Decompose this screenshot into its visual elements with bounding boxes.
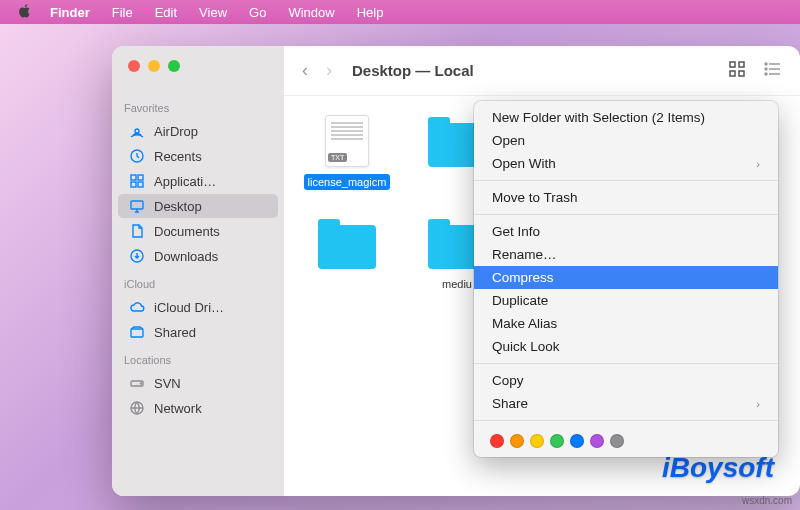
file-label: license_magicm	[304, 174, 391, 190]
sidebar-item-documents[interactable]: Documents	[118, 219, 278, 243]
svg-point-19	[765, 63, 767, 65]
svg-rect-12	[730, 62, 735, 67]
apple-logo-icon[interactable]	[18, 4, 32, 21]
context-menu-label: Get Info	[492, 224, 540, 239]
menubar-window[interactable]: Window	[288, 5, 334, 20]
sidebar-item-label: Documents	[154, 224, 220, 239]
tag-color[interactable]	[570, 434, 584, 448]
minimize-button[interactable]	[148, 60, 160, 72]
sidebar-item-applicati[interactable]: Applicati…	[118, 169, 278, 193]
location-title: Desktop — Local	[352, 62, 716, 79]
sidebar-item-label: Applicati…	[154, 174, 216, 189]
tag-color[interactable]	[550, 434, 564, 448]
tag-color[interactable]	[610, 434, 624, 448]
tag-color[interactable]	[590, 434, 604, 448]
globe-icon	[128, 400, 146, 416]
context-menu-label: Share	[492, 396, 528, 411]
context-menu-label: Rename…	[492, 247, 557, 262]
context-menu-item-open[interactable]: Open	[474, 129, 778, 152]
menubar-go[interactable]: Go	[249, 5, 266, 20]
sidebar: FavoritesAirDropRecentsApplicati…Desktop…	[112, 46, 284, 496]
file-label	[343, 276, 351, 278]
apps-icon	[128, 173, 146, 189]
sidebar-item-label: Desktop	[154, 199, 202, 214]
cloud-icon	[128, 299, 146, 315]
forward-button[interactable]: ›	[326, 60, 332, 81]
folder-icon	[318, 225, 376, 269]
window-controls	[112, 60, 284, 72]
zoom-button[interactable]	[168, 60, 180, 72]
file-label	[453, 174, 461, 176]
context-menu-item-duplicate[interactable]: Duplicate	[474, 289, 778, 312]
menubar-app[interactable]: Finder	[50, 5, 90, 20]
context-menu-item-share[interactable]: Share›	[474, 392, 778, 415]
watermark-site: wsxdn.com	[742, 495, 792, 506]
svg-rect-5	[138, 182, 143, 187]
menubar-view[interactable]: View	[199, 5, 227, 20]
menubar: Finder File Edit View Go Window Help	[0, 0, 800, 24]
context-menu-item-new-folder-with-selection-items[interactable]: New Folder with Selection (2 Items)	[474, 106, 778, 129]
file-item[interactable]: TXTlicense_magicm	[304, 112, 390, 190]
desktop-icon	[128, 198, 146, 214]
close-button[interactable]	[128, 60, 140, 72]
svg-rect-8	[131, 329, 143, 337]
chevron-right-icon: ›	[756, 158, 760, 170]
menubar-help[interactable]: Help	[357, 5, 384, 20]
sidebar-item-recents[interactable]: Recents	[118, 144, 278, 168]
context-menu-item-quick-look[interactable]: Quick Look	[474, 335, 778, 358]
separator	[474, 363, 778, 364]
sidebar-item-label: AirDrop	[154, 124, 198, 139]
svg-point-20	[765, 68, 767, 70]
context-menu-item-make-alias[interactable]: Make Alias	[474, 312, 778, 335]
sidebar-item-shared[interactable]: Shared	[118, 320, 278, 344]
context-menu-label: Open	[492, 133, 525, 148]
sidebar-item-airdrop[interactable]: AirDrop	[118, 119, 278, 143]
context-menu-item-copy[interactable]: Copy	[474, 369, 778, 392]
list-view-button[interactable]	[764, 60, 782, 82]
svg-rect-3	[138, 175, 143, 180]
context-menu-item-compress[interactable]: Compress	[474, 266, 778, 289]
doc-icon	[128, 223, 146, 239]
sidebar-item-label: Downloads	[154, 249, 218, 264]
svg-point-10	[140, 383, 141, 384]
context-menu-label: Quick Look	[492, 339, 560, 354]
icon-view-button[interactable]	[728, 60, 746, 82]
context-menu-item-get-info[interactable]: Get Info	[474, 220, 778, 243]
chevron-right-icon: ›	[756, 398, 760, 410]
sidebar-item-iclouddri[interactable]: iCloud Dri…	[118, 295, 278, 319]
back-button[interactable]: ‹	[302, 60, 308, 81]
context-menu-label: Duplicate	[492, 293, 548, 308]
sidebar-item-svn[interactable]: SVN	[118, 371, 278, 395]
sidebar-item-label: Recents	[154, 149, 202, 164]
context-menu-label: New Folder with Selection (2 Items)	[492, 110, 705, 125]
context-menu-label: Make Alias	[492, 316, 557, 331]
toolbar: ‹ › Desktop — Local	[284, 46, 800, 96]
context-menu: New Folder with Selection (2 Items)OpenO…	[474, 101, 778, 457]
airdrop-icon	[128, 123, 146, 139]
tag-color[interactable]	[510, 434, 524, 448]
tag-color[interactable]	[490, 434, 504, 448]
menubar-edit[interactable]: Edit	[155, 5, 177, 20]
sidebar-item-desktop[interactable]: Desktop	[118, 194, 278, 218]
file-item[interactable]	[304, 214, 390, 292]
svg-rect-2	[131, 175, 136, 180]
content-area[interactable]: TXTlicense_magicmTXTtest1mediu New Folde…	[284, 96, 800, 496]
sidebar-item-downloads[interactable]: Downloads	[118, 244, 278, 268]
context-menu-item-move-to-trash[interactable]: Move to Trash	[474, 186, 778, 209]
svg-rect-6	[131, 201, 143, 209]
tag-color[interactable]	[530, 434, 544, 448]
menubar-file[interactable]: File	[112, 5, 133, 20]
main-area: ‹ › Desktop — Local TXTlicense_magicmTXT…	[284, 46, 800, 496]
clock-icon	[128, 148, 146, 164]
separator	[474, 420, 778, 421]
context-menu-label: Move to Trash	[492, 190, 578, 205]
context-menu-label: Compress	[492, 270, 554, 285]
sidebar-section-label: Locations	[112, 350, 284, 370]
context-menu-item-rename[interactable]: Rename…	[474, 243, 778, 266]
sidebar-item-label: Network	[154, 401, 202, 416]
context-menu-item-open-with[interactable]: Open With›	[474, 152, 778, 175]
context-menu-label: Open With	[492, 156, 556, 171]
sidebar-item-network[interactable]: Network	[118, 396, 278, 420]
tag-color-row	[474, 426, 778, 452]
sidebar-section-label: Favorites	[112, 98, 284, 118]
